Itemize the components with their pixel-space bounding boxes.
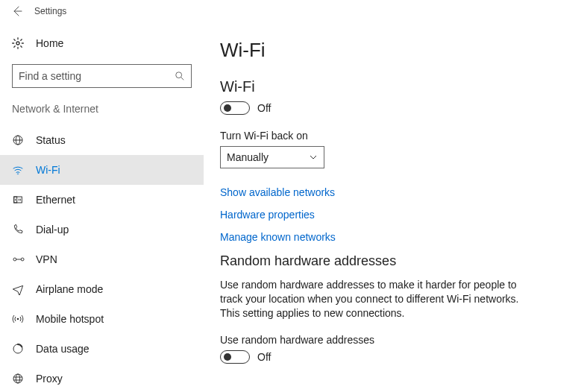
random-hw-description: Use random hardware addresses to make it… (220, 278, 533, 320)
toggle-knob (224, 353, 231, 361)
svg-point-0 (16, 42, 19, 45)
wifi-toggle-row: Off (220, 101, 565, 115)
sidebar-item-label: Wi-Fi (36, 164, 60, 176)
link-hardware-properties[interactable]: Hardware properties (220, 209, 565, 221)
svg-point-15 (17, 318, 19, 320)
sidebar: Home Network & Internet Status (0, 22, 204, 392)
settings-window: Settings Home Network & Internet (0, 0, 587, 392)
sidebar-item-label: Dial-up (36, 224, 69, 235)
svg-point-13 (21, 258, 24, 261)
hotspot-icon (12, 313, 28, 325)
link-manage-known[interactable]: Manage known networks (220, 231, 565, 243)
sidebar-item-datausage[interactable]: Data usage (0, 334, 204, 364)
search-icon (173, 71, 185, 81)
turn-back-on-select[interactable]: Manually (220, 146, 324, 168)
sidebar-item-label: Proxy (36, 373, 63, 385)
globe-icon (12, 134, 28, 146)
wifi-toggle[interactable] (220, 101, 250, 115)
sidebar-item-ethernet[interactable]: Ethernet (0, 185, 204, 215)
proxy-icon (12, 373, 28, 385)
sidebar-item-label: Mobile hotspot (36, 313, 104, 325)
sidebar-item-label: Data usage (36, 343, 90, 355)
page-title: Wi-Fi (220, 39, 565, 62)
random-hw-toggle[interactable] (220, 350, 250, 364)
sidebar-item-proxy[interactable]: Proxy (0, 364, 204, 392)
wifi-icon (12, 164, 28, 176)
sidebar-item-status[interactable]: Status (0, 125, 204, 155)
random-hw-toggle-state: Off (257, 351, 271, 363)
sidebar-nav: Status Wi-Fi Ethernet (0, 125, 204, 392)
sidebar-item-label: Status (36, 134, 66, 146)
titlebar: Settings (0, 0, 587, 22)
sidebar-item-airplane[interactable]: Airplane mode (0, 274, 204, 304)
sidebar-item-dialup[interactable]: Dial-up (0, 215, 204, 244)
link-show-networks[interactable]: Show available networks (220, 186, 565, 198)
gear-icon (12, 37, 28, 49)
search-input-container[interactable] (12, 64, 192, 88)
svg-point-12 (13, 258, 16, 261)
window-title: Settings (34, 6, 66, 16)
wifi-heading: Wi-Fi (220, 78, 565, 95)
sidebar-section-header: Network & Internet (0, 103, 204, 121)
svg-point-1 (176, 72, 182, 78)
sidebar-item-vpn[interactable]: VPN (0, 244, 204, 274)
data-usage-icon (12, 343, 28, 355)
sidebar-item-label: Ethernet (36, 194, 75, 206)
svg-point-17 (13, 374, 22, 383)
sidebar-item-label: Airplane mode (36, 283, 103, 295)
sidebar-item-wifi[interactable]: Wi-Fi (0, 155, 204, 185)
main-panel: Wi-Fi Wi-Fi Off Turn Wi-Fi back on Manua… (204, 22, 587, 392)
toggle-knob (224, 104, 231, 112)
ethernet-icon (12, 194, 28, 206)
home-label: Home (36, 37, 63, 49)
random-hw-toggle-label: Use random hardware addresses (220, 334, 565, 346)
back-button[interactable] (6, 0, 28, 22)
svg-line-2 (181, 78, 184, 80)
sidebar-item-label: VPN (36, 253, 57, 265)
svg-point-6 (17, 174, 18, 174)
phone-icon (12, 224, 28, 235)
chevron-down-icon (309, 153, 318, 162)
vpn-icon (12, 253, 28, 265)
search-input[interactable] (19, 70, 173, 82)
back-arrow-icon (11, 5, 23, 17)
airplane-icon (12, 283, 28, 295)
svg-point-18 (16, 374, 19, 383)
wifi-toggle-state: Off (257, 102, 271, 114)
content-area: Home Network & Internet Status (0, 22, 587, 392)
turn-back-on-label: Turn Wi-Fi back on (220, 130, 565, 142)
sidebar-item-hotspot[interactable]: Mobile hotspot (0, 304, 204, 334)
select-value: Manually (227, 151, 269, 163)
home-button[interactable]: Home (0, 33, 204, 54)
random-hw-heading: Random hardware addresses (220, 253, 565, 269)
random-hw-toggle-row: Off (220, 350, 565, 364)
